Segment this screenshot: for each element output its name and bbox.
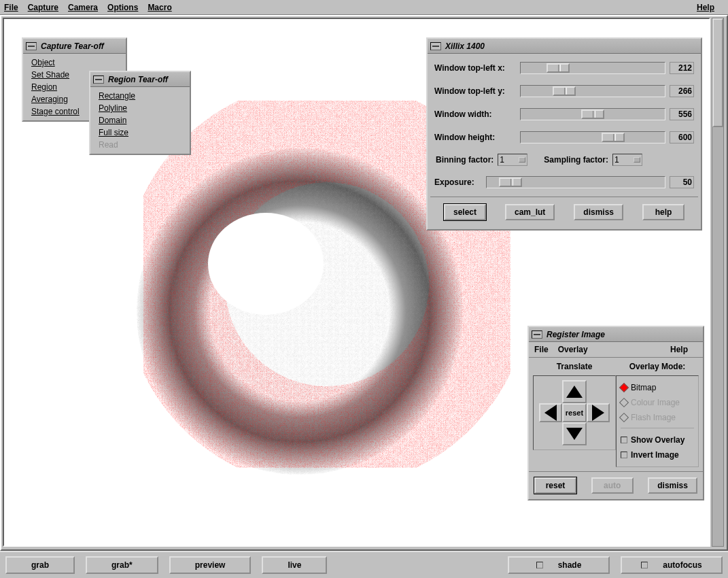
sampling-combo[interactable]: 1: [612, 154, 642, 166]
value[interactable]: 556: [670, 108, 694, 120]
panel-body: Window top-left x: 212 Window top-left y…: [428, 54, 701, 229]
menu-item-object[interactable]: Object: [26, 56, 123, 69]
preview-button[interactable]: preview: [169, 556, 252, 574]
slider-exposure[interactable]: [486, 176, 665, 188]
window-menu-icon[interactable]: [532, 330, 542, 339]
row-window-width: Window width: 556: [430, 103, 698, 126]
shade-toggle[interactable]: shade: [508, 556, 610, 574]
vertical-scrollbar[interactable]: [712, 18, 724, 547]
translate-heading: Translate: [533, 362, 616, 371]
menu-item-domain[interactable]: Domain: [93, 114, 187, 126]
menu-overlay[interactable]: Overlay: [558, 345, 588, 354]
reset-button[interactable]: reset: [534, 477, 576, 494]
menu-help[interactable]: Help: [697, 3, 714, 12]
xillix-window[interactable]: Xillix 1400 Window top-left x: 212 Windo…: [426, 37, 702, 231]
dismiss-button[interactable]: dismiss: [574, 204, 623, 220]
window-title: Region Tear-off: [108, 75, 168, 84]
menu-capture[interactable]: Capture: [28, 3, 58, 12]
check-invert-image[interactable]: Invert Image: [621, 447, 694, 462]
window-menu-icon[interactable]: [26, 42, 37, 50]
slider-window-height[interactable]: [520, 131, 665, 143]
menu-macro[interactable]: Macro: [148, 3, 171, 12]
window-title: Capture Tear-off: [41, 41, 104, 51]
svg-point-1: [137, 148, 463, 475]
label: Window top-left y:: [434, 86, 516, 96]
menu-options[interactable]: Options: [107, 3, 138, 12]
menu-help[interactable]: Help: [670, 345, 688, 354]
diamond-icon: [619, 383, 629, 392]
register-image-window[interactable]: Register Image File Overlay Help Transla…: [527, 326, 704, 500]
register-body: Translate reset Overlay Mode: Bitmap Col…: [529, 358, 703, 471]
slider-window-width[interactable]: [520, 108, 665, 120]
reset-center-button[interactable]: reset: [562, 403, 587, 422]
window-title: Register Image: [547, 330, 605, 339]
row-window-top-left-y: Window top-left y: 266: [430, 80, 698, 103]
scrollbar-thumb[interactable]: [712, 18, 723, 127]
menu-item-read: Read: [93, 139, 187, 151]
menu-file[interactable]: File: [534, 345, 549, 354]
register-button-row: reset auto dismiss: [529, 471, 703, 499]
menu-item-full-size[interactable]: Full size: [93, 126, 187, 139]
grab-button[interactable]: grab: [5, 556, 75, 574]
diamond-icon: [619, 413, 629, 422]
grab-star-button[interactable]: grab*: [86, 556, 158, 574]
dropdown-icon: [519, 157, 525, 163]
value[interactable]: 600: [670, 131, 694, 143]
translate-pad: reset: [533, 375, 616, 450]
arrow-right-button[interactable]: [587, 403, 610, 422]
select-button[interactable]: select: [444, 204, 486, 220]
value[interactable]: 212: [670, 62, 694, 74]
titlebar[interactable]: Region Tear-off: [90, 72, 190, 87]
row-window-height: Window height: 600: [430, 126, 698, 149]
row-exposure: Exposure: 50: [430, 171, 698, 194]
window-title: Xillix 1400: [445, 41, 485, 51]
dropdown-icon: [634, 157, 640, 163]
overlay-mode-group: Bitmap Colour Image Flash Image Show Ove…: [616, 375, 699, 467]
region-tearoff-window[interactable]: Region Tear-off Rectangle Polyline Domai…: [89, 71, 191, 155]
checkbox-icon: [641, 562, 648, 568]
autofocus-toggle[interactable]: autofocus: [621, 556, 723, 574]
sampling-label: Sampling factor:: [544, 155, 608, 165]
checkbox-icon: [536, 562, 543, 568]
overlay-heading: Overlay Mode:: [616, 362, 699, 371]
label: Window top-left x:: [434, 63, 516, 73]
menu-file[interactable]: File: [4, 3, 18, 12]
help-button[interactable]: help: [642, 204, 684, 220]
menu-camera[interactable]: Camera: [68, 3, 98, 12]
arrow-up-button[interactable]: [562, 380, 587, 403]
window-menu-icon[interactable]: [430, 42, 441, 50]
arrow-down-button[interactable]: [562, 422, 587, 445]
arrow-right-icon: [592, 405, 604, 421]
binning-combo[interactable]: 1: [498, 154, 527, 166]
label: Exposure:: [434, 177, 482, 187]
menu-item-polyline[interactable]: Polyline: [93, 102, 187, 114]
radio-flash-image: Flash Image: [621, 410, 694, 425]
binning-label: Binning factor:: [436, 155, 493, 165]
label: Window height:: [434, 133, 516, 142]
svg-point-3: [208, 213, 324, 315]
bottom-bar: grab grab* preview live shade autofocus: [0, 551, 728, 578]
arrow-left-icon: [544, 405, 557, 421]
radio-bitmap[interactable]: Bitmap: [621, 380, 694, 395]
titlebar[interactable]: Xillix 1400: [428, 39, 701, 54]
checkbox-icon: [621, 452, 627, 458]
cam-lut-button[interactable]: cam_lut: [505, 204, 555, 220]
value[interactable]: 266: [670, 85, 694, 97]
slider-window-top-left-y[interactable]: [520, 85, 665, 97]
menu-list: Rectangle Polyline Domain Full size Read: [90, 87, 190, 154]
titlebar[interactable]: Capture Tear-off: [23, 39, 126, 54]
live-button[interactable]: live: [262, 556, 327, 574]
label: Window width:: [434, 109, 516, 119]
titlebar[interactable]: Register Image: [529, 327, 703, 342]
menu-item-rectangle[interactable]: Rectangle: [93, 90, 187, 102]
arrow-down-icon: [566, 428, 583, 440]
window-menu-icon[interactable]: [93, 75, 104, 84]
arrow-left-button[interactable]: [539, 403, 562, 422]
button-row: select cam_lut dismiss help: [430, 197, 698, 226]
dismiss-button[interactable]: dismiss: [648, 477, 697, 494]
value[interactable]: 50: [670, 176, 694, 188]
svg-point-0: [137, 148, 463, 475]
slider-window-top-left-x[interactable]: [520, 62, 665, 74]
auto-button: auto: [591, 477, 634, 494]
check-show-overlay[interactable]: Show Overlay: [621, 432, 694, 447]
